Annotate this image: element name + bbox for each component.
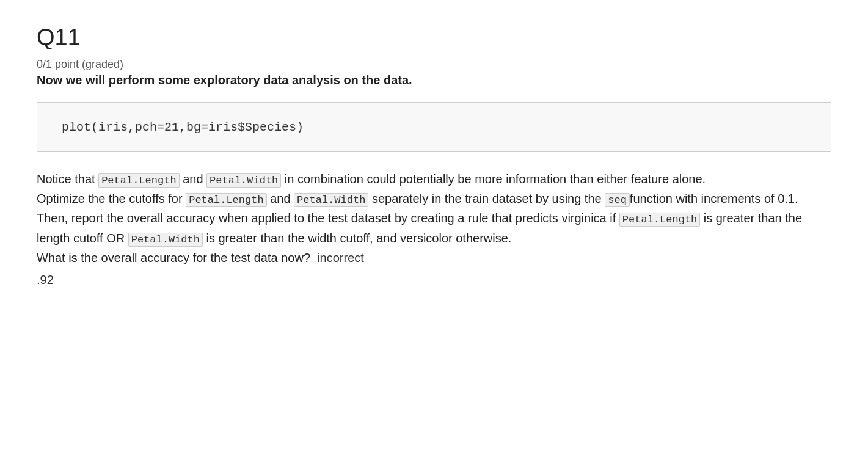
inline-code-seq: seq: [605, 193, 630, 207]
inline-code-petal-width-1: Petal.Width: [206, 173, 281, 188]
body-text-separately: separately in the train dataset by using…: [368, 192, 605, 205]
question-body: Notice that Petal.Length and Petal.Width…: [37, 169, 831, 290]
inline-code-petal-width-3: Petal.Width: [128, 233, 203, 247]
body-text-2: and: [180, 172, 206, 186]
body-text-versicolor: is greater than the width cutoff, and ve…: [203, 231, 511, 245]
body-text-then: Then, report the overall accuracy when a…: [37, 211, 619, 225]
question-description: Now we will perform some exploratory dat…: [37, 73, 831, 87]
body-text-function: function with increments of 0.1.: [630, 192, 798, 205]
inline-code-petal-length-3: Petal.Length: [619, 213, 700, 227]
body-text-optimize-before: Optimize the the cutoffs for: [37, 192, 186, 205]
body-paragraph-1: Notice that Petal.Length and Petal.Width…: [37, 169, 831, 290]
body-text-and: and: [267, 192, 294, 205]
question-points: 0/1 point (graded): [37, 58, 831, 71]
code-content: plot(iris,pch=21,bg=iris$Species): [62, 120, 304, 134]
body-text-3: in combination could potentially be more…: [281, 172, 706, 186]
inline-code-petal-width-2: Petal.Width: [294, 193, 368, 207]
inline-code-petal-length-1: Petal.Length: [98, 173, 179, 188]
body-text-1: Notice that: [37, 172, 98, 186]
answer-value: .92: [37, 270, 831, 290]
final-question-text: What is the overall accuracy for the tes…: [37, 251, 310, 264]
incorrect-badge: incorrect: [317, 251, 364, 264]
question-title: Q11: [37, 24, 831, 51]
inline-code-petal-length-2: Petal.Length: [186, 193, 266, 207]
code-block: plot(iris,pch=21,bg=iris$Species): [37, 102, 831, 152]
